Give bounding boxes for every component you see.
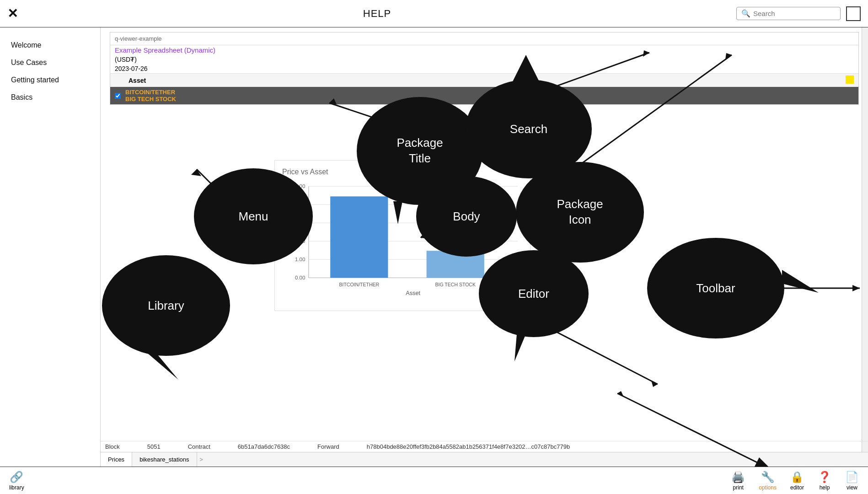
sidebar-item-use-cases[interactable]: Use Cases bbox=[0, 54, 100, 71]
help-label: HELP bbox=[363, 8, 391, 20]
library-icon: 🔗 bbox=[10, 471, 23, 483]
bottom-info-row: Block 5051 Contract 6b51a7da6dc7638c For… bbox=[101, 441, 868, 452]
selected-row: BITCOIN/TETHER BIG TECH STOCK bbox=[110, 87, 858, 104]
svg-marker-40 bbox=[514, 334, 526, 361]
svg-text:4.00: 4.00 bbox=[295, 202, 305, 207]
search-box[interactable]: 🔍 bbox=[736, 7, 841, 20]
block-value: 5051 bbox=[147, 443, 161, 450]
bubble-toolbar: Toolbar bbox=[647, 238, 784, 338]
spreadsheet-currency: (USD₮) bbox=[110, 55, 858, 64]
help-icon: ❓ bbox=[818, 471, 831, 483]
toolbar-editor[interactable]: 🔒 editor bbox=[790, 471, 804, 491]
forward-label: Forward bbox=[317, 443, 339, 450]
svg-marker-22 bbox=[163, 256, 169, 263]
svg-line-19 bbox=[197, 169, 229, 201]
svg-text:BIG TECH STOCK: BIG TECH STOCK bbox=[435, 282, 476, 287]
top-bar-left: ✕ bbox=[7, 6, 18, 21]
main-layout: Welcome Use Cases Getting started Basics… bbox=[0, 27, 868, 467]
options-label: options bbox=[759, 484, 777, 491]
content-area: q-viewer-example Example Spreadsheet (Dy… bbox=[101, 27, 868, 467]
tab-bikeshare[interactable]: bikeshare_stations bbox=[132, 452, 197, 467]
bottom-toolbar: 🔗 library 🖨️ print 🔧 options 🔒 editor ❓ … bbox=[0, 467, 868, 494]
editor-icon: 🔒 bbox=[790, 471, 804, 483]
chart-container: Price vs Asset 5.00 4.00 3.00 2.00 1.00 … bbox=[274, 160, 530, 311]
square-button[interactable] bbox=[846, 6, 861, 21]
sidebar: Welcome Use Cases Getting started Basics bbox=[0, 27, 101, 467]
svg-text:2.00: 2.00 bbox=[295, 238, 305, 244]
sidebar-item-basics[interactable]: Basics bbox=[0, 89, 100, 106]
toolbar-help[interactable]: ❓ help bbox=[818, 471, 831, 491]
block-label: Block bbox=[105, 443, 120, 450]
contract-value: 6b51a7da6dc7638c bbox=[238, 443, 290, 450]
contract-label: Contract bbox=[188, 443, 210, 450]
editor-tail bbox=[512, 334, 549, 361]
toolbar-library[interactable]: 🔗 library bbox=[9, 471, 24, 491]
sidebar-item-getting-started[interactable]: Getting started bbox=[0, 71, 100, 89]
chart-title: Price vs Asset bbox=[282, 168, 523, 176]
toolbar-view[interactable]: 📄 view bbox=[845, 471, 859, 491]
row2-label: BIG TECH STOCK bbox=[125, 96, 176, 102]
top-bar-right: 🔍 bbox=[736, 6, 861, 21]
print-label: print bbox=[733, 484, 744, 491]
svg-marker-37 bbox=[146, 352, 178, 380]
library-label: library bbox=[9, 484, 24, 491]
svg-text:Asset: Asset bbox=[406, 290, 420, 296]
view-icon: 📄 bbox=[845, 471, 859, 483]
tabs-bar: Prices bikeshare_stations > bbox=[101, 452, 868, 467]
search-input[interactable] bbox=[753, 10, 836, 17]
library-tail bbox=[142, 352, 188, 380]
spreadsheet-date: 2023-07-26 bbox=[110, 64, 858, 73]
spreadsheet-col-header: Asset bbox=[110, 73, 858, 87]
bubble-library: Library bbox=[102, 255, 230, 356]
svg-text:Price: Price bbox=[284, 228, 289, 240]
spreadsheet-title: Example Spreadsheet (Dynamic) bbox=[110, 45, 858, 55]
toolbar-left: 🔗 library bbox=[9, 471, 24, 491]
toolbar-print[interactable]: 🖨️ print bbox=[731, 471, 745, 491]
package-name: q-viewer-example bbox=[110, 32, 858, 45]
svg-marker-41 bbox=[782, 270, 819, 293]
highlight-cell bbox=[846, 75, 854, 85]
spreadsheet-panel: q-viewer-example Example Spreadsheet (Dy… bbox=[110, 32, 859, 105]
bubble-package-icon: PackageIcon bbox=[516, 162, 644, 263]
forward-value: h78b04bde88e20ffef3fb2b84a5582ab1b256371… bbox=[367, 443, 570, 450]
svg-text:5.00: 5.00 bbox=[295, 183, 305, 189]
options-icon: 🔧 bbox=[761, 471, 775, 483]
toolbar-right: 🖨️ print 🔧 options 🔒 editor ❓ help 📄 vie… bbox=[731, 471, 859, 491]
tab-prices[interactable]: Prices bbox=[101, 452, 132, 467]
help-label: help bbox=[820, 484, 830, 491]
toolbar-options[interactable]: 🔧 options bbox=[759, 471, 777, 491]
row1-label: BITCOIN/TETHER bbox=[125, 89, 176, 96]
svg-marker-20 bbox=[191, 169, 201, 176]
svg-marker-36 bbox=[617, 391, 624, 397]
scrollbar[interactable] bbox=[862, 27, 868, 452]
svg-line-23 bbox=[329, 103, 398, 126]
svg-line-31 bbox=[534, 320, 658, 384]
chart-svg: 5.00 4.00 3.00 2.00 1.00 0.00 BITCOIN/TE… bbox=[282, 180, 523, 299]
search-icon: 🔍 bbox=[741, 9, 750, 18]
svg-text:BITCOIN/TETHER: BITCOIN/TETHER bbox=[339, 282, 379, 287]
col-header-label: Asset bbox=[129, 77, 146, 84]
print-icon: 🖨️ bbox=[731, 471, 745, 483]
svg-rect-15 bbox=[427, 251, 484, 278]
view-label: view bbox=[847, 484, 857, 491]
top-bar: ✕ HELP 🔍 bbox=[0, 0, 868, 27]
svg-rect-13 bbox=[330, 196, 388, 278]
svg-text:0.00: 0.00 bbox=[295, 275, 305, 280]
svg-marker-34 bbox=[852, 285, 860, 291]
toolbar-tail bbox=[782, 270, 819, 293]
editor-label: editor bbox=[790, 484, 804, 491]
row-checkbox[interactable] bbox=[115, 93, 121, 99]
svg-text:3.00: 3.00 bbox=[295, 220, 305, 226]
svg-marker-32 bbox=[651, 381, 658, 387]
sidebar-item-welcome[interactable]: Welcome bbox=[0, 37, 100, 54]
close-button[interactable]: ✕ bbox=[7, 6, 18, 21]
svg-text:1.00: 1.00 bbox=[295, 257, 305, 262]
